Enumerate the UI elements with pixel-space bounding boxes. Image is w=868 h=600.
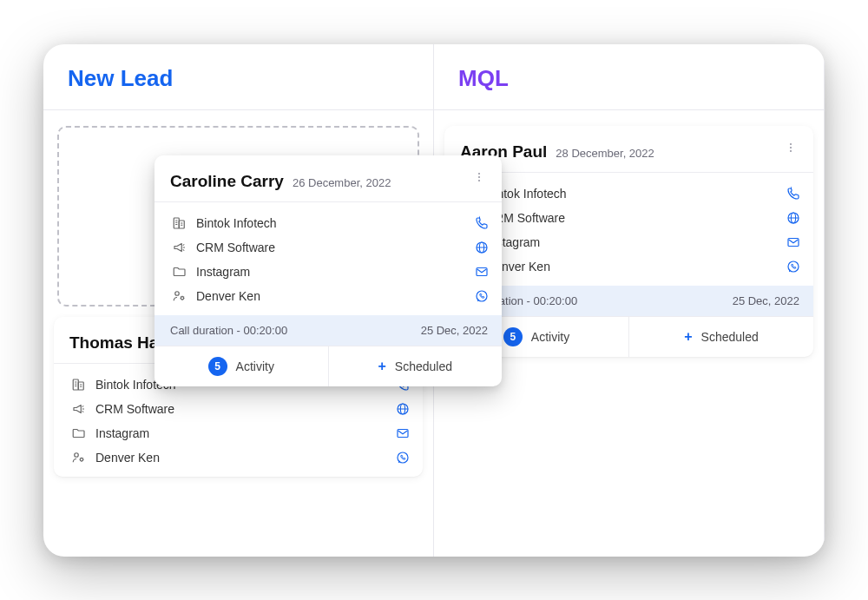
mail-icon — [786, 234, 801, 250]
phone-icon — [474, 215, 490, 231]
activity-label: Activity — [531, 330, 569, 344]
owner-label: Denver Ken — [196, 289, 474, 303]
globe-action[interactable] — [395, 401, 411, 417]
lead-card-caroline-dragging[interactable]: Caroline Carry 26 December, 2022 Bintok … — [155, 155, 502, 386]
folder-icon — [170, 264, 189, 280]
building-icon — [69, 377, 89, 392]
card-name: Caroline Carry — [170, 172, 284, 191]
dots-vertical-icon — [472, 169, 486, 185]
whatsapp-icon — [474, 288, 490, 304]
megaphone-icon — [170, 240, 189, 255]
product-label: CRM Software — [196, 241, 474, 254]
card-date: 26 December, 2022 — [293, 176, 391, 189]
scheduled-button[interactable]: + Scheduled — [328, 346, 503, 386]
phone-action[interactable] — [474, 215, 490, 231]
call-date: 25 Dec, 2022 — [733, 294, 799, 307]
company-label: Bintok Infotech — [196, 216, 474, 230]
whatsapp-action[interactable] — [474, 288, 490, 304]
phone-icon — [786, 186, 801, 201]
folder-icon — [69, 425, 89, 441]
company-label: Bintok Infotech — [486, 187, 786, 201]
activity-count-badge: 5 — [208, 357, 227, 376]
call-date: 25 Dec, 2022 — [421, 324, 488, 337]
globe-action[interactable] — [786, 210, 801, 226]
kanban-board: New Lead Thomas Hawk 25 December, 2022 B… — [43, 44, 825, 557]
product-label: CRM Software — [95, 402, 395, 416]
activity-count-badge: 5 — [503, 327, 523, 346]
globe-action[interactable] — [474, 240, 490, 255]
source-label: Instagram — [196, 265, 474, 279]
source-label: Instagram — [486, 235, 786, 249]
user-gear-icon — [170, 288, 189, 304]
source-label: Instagram — [95, 426, 395, 440]
mail-icon — [474, 264, 490, 280]
activity-button[interactable]: 5 Activity — [155, 346, 328, 386]
mail-icon — [395, 425, 411, 441]
building-icon — [170, 215, 189, 231]
card-menu-button[interactable] — [780, 138, 801, 157]
owner-label: Denver Ken — [486, 260, 786, 274]
globe-icon — [474, 240, 490, 255]
mail-action[interactable] — [474, 264, 490, 280]
mail-action[interactable] — [395, 425, 411, 441]
scheduled-label: Scheduled — [395, 359, 452, 373]
activity-label: Activity — [236, 359, 274, 373]
call-duration-bar: Call duration - 00:20:00 25 Dec, 2022 — [155, 315, 502, 346]
mail-action[interactable] — [786, 234, 801, 250]
megaphone-icon — [69, 401, 89, 417]
product-label: CRM Software — [486, 211, 786, 225]
globe-icon — [395, 401, 411, 417]
user-gear-icon — [69, 450, 89, 465]
whatsapp-icon — [786, 259, 801, 274]
scheduled-button[interactable]: + Scheduled — [628, 317, 813, 357]
phone-action[interactable] — [786, 186, 801, 201]
whatsapp-action[interactable] — [786, 259, 801, 274]
column-title-mql: MQL — [434, 44, 824, 110]
plus-icon: + — [684, 329, 692, 345]
card-menu-button[interactable] — [469, 168, 490, 187]
plus-icon: + — [378, 359, 385, 374]
column-title-new-lead: New Lead — [43, 44, 433, 110]
whatsapp-icon — [395, 450, 411, 465]
whatsapp-action[interactable] — [395, 450, 411, 465]
card-date: 28 December, 2022 — [556, 147, 654, 160]
globe-icon — [786, 210, 801, 226]
scheduled-label: Scheduled — [701, 330, 759, 344]
call-duration-label: Call duration - 00:20:00 — [170, 324, 421, 337]
dots-vertical-icon — [784, 140, 798, 155]
owner-label: Denver Ken — [95, 451, 395, 465]
